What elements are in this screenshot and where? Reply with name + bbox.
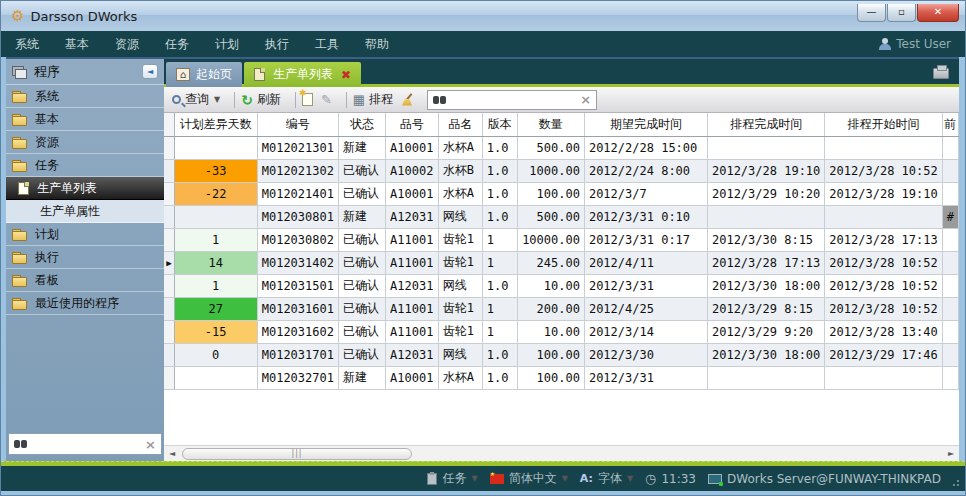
cell-ver[interactable]: 1 <box>482 228 517 251</box>
toolbar-search-box[interactable]: × <box>427 90 597 110</box>
current-row-indicator[interactable]: ▶ <box>164 251 174 274</box>
cell-name[interactable]: 齿轮1 <box>438 320 482 343</box>
cell-sched_end[interactable]: 2012/3/30 8:15 <box>707 228 824 251</box>
cell-name[interactable]: 水杯B <box>438 159 482 182</box>
cell-qty[interactable]: 10.00 <box>517 274 584 297</box>
cell-diff[interactable]: -22 <box>174 182 257 205</box>
horizontal-scrollbar[interactable]: ◄ ||| ► <box>164 445 959 461</box>
cell-qty[interactable]: 500.00 <box>517 136 584 159</box>
cell-diff[interactable]: 1 <box>174 274 257 297</box>
cell-due[interactable]: 2012/3/31 <box>584 274 707 297</box>
cell-sched_end[interactable]: 2012/3/28 19:10 <box>707 159 824 182</box>
cell-qty[interactable]: 100.00 <box>517 366 584 389</box>
cell-qty[interactable]: 100.00 <box>517 182 584 205</box>
query-dropdown-icon[interactable]: ▼ <box>214 95 220 104</box>
cell-qty[interactable]: 100.00 <box>517 343 584 366</box>
cell-name[interactable]: 齿轮1 <box>438 251 482 274</box>
cell-diff[interactable]: 1 <box>174 228 257 251</box>
cell-no[interactable]: M012021302 <box>257 159 338 182</box>
restore-button[interactable]: ▫ <box>887 4 916 22</box>
cell-status[interactable]: 新建 <box>338 205 385 228</box>
sidebar-search-clear-icon[interactable]: × <box>145 437 156 452</box>
row-selector-cell[interactable] <box>164 159 174 182</box>
cell-extra[interactable] <box>942 274 958 297</box>
cell-no[interactable]: M012030802 <box>257 228 338 251</box>
row-selector-cell[interactable] <box>164 320 174 343</box>
cell-sched_start[interactable]: 2012/3/29 17:46 <box>825 343 942 366</box>
cell-status[interactable]: 已确认 <box>338 343 385 366</box>
cell-status[interactable]: 新建 <box>338 136 385 159</box>
tab-close-icon[interactable]: ✖ <box>341 68 351 82</box>
column-header-name[interactable]: 品名 <box>438 113 482 136</box>
clean-button[interactable] <box>401 93 415 107</box>
menu-item-0[interactable]: 系统 <box>15 37 39 51</box>
cell-item[interactable]: A12031 <box>386 343 439 366</box>
menu-item-3[interactable]: 任务 <box>165 37 189 51</box>
cell-due[interactable]: 2012/2/28 15:00 <box>584 136 707 159</box>
cell-diff[interactable] <box>174 366 257 389</box>
printer-icon[interactable] <box>933 68 949 79</box>
language-dropdown-icon[interactable]: ▼ <box>562 474 568 483</box>
cell-status[interactable]: 新建 <box>338 366 385 389</box>
sidebar-item-8[interactable]: 看板 <box>6 269 164 292</box>
cell-sched_start[interactable]: 2012/3/28 10:52 <box>825 297 942 320</box>
sidebar-collapse-button[interactable]: ◄ <box>142 64 158 79</box>
scroll-thumb[interactable]: ||| <box>182 448 412 460</box>
close-button[interactable]: ✕ <box>917 4 959 22</box>
cell-extra[interactable]: # <box>942 205 958 228</box>
cell-no[interactable]: M012032701 <box>257 366 338 389</box>
cell-ver[interactable]: 1.0 <box>482 343 517 366</box>
cell-due[interactable]: 2012/3/31 <box>584 366 707 389</box>
cell-status[interactable]: 已确认 <box>338 159 385 182</box>
column-header-no[interactable]: 编号 <box>257 113 338 136</box>
column-header-qty[interactable]: 数量 <box>517 113 584 136</box>
cell-sched_start[interactable] <box>825 205 942 228</box>
cell-extra[interactable] <box>942 182 958 205</box>
row-selector-cell[interactable] <box>164 182 174 205</box>
cell-diff[interactable]: -15 <box>174 320 257 343</box>
cell-extra[interactable] <box>942 251 958 274</box>
cell-sched_end[interactable]: 2012/3/29 8:15 <box>707 297 824 320</box>
row-selector-cell[interactable] <box>164 205 174 228</box>
table-row[interactable]: 0M012031701已确认A12031网线1.0100.002012/3/30… <box>164 343 959 366</box>
cell-due[interactable]: 2012/3/7 <box>584 182 707 205</box>
cell-no[interactable]: M012021301 <box>257 136 338 159</box>
row-selector-cell[interactable] <box>164 297 174 320</box>
cell-name[interactable]: 网线 <box>438 205 482 228</box>
table-row[interactable]: -22M012021401已确认A10001水杯A1.0100.002012/3… <box>164 182 959 205</box>
cell-ver[interactable]: 1.0 <box>482 182 517 205</box>
sidebar-item-4[interactable]: 生产单列表 <box>6 177 164 200</box>
tab-production-order-list[interactable]: 生产单列表 ✖ <box>244 62 361 87</box>
cell-sched_end[interactable]: 2012/3/30 18:00 <box>707 343 824 366</box>
cell-diff[interactable]: 14 <box>174 251 257 274</box>
cell-qty[interactable]: 245.00 <box>517 251 584 274</box>
cell-status[interactable]: 已确认 <box>338 297 385 320</box>
cell-extra[interactable] <box>942 297 958 320</box>
cell-status[interactable]: 已确认 <box>338 228 385 251</box>
table-row[interactable]: -33M012021302已确认A10002水杯B1.01000.002012/… <box>164 159 959 182</box>
cell-ver[interactable]: 1.0 <box>482 366 517 389</box>
cell-diff[interactable]: 0 <box>174 343 257 366</box>
cell-sched_end[interactable]: 2012/3/29 10:20 <box>707 182 824 205</box>
cell-sched_end[interactable]: 2012/3/30 18:00 <box>707 274 824 297</box>
row-selector-cell[interactable] <box>164 228 174 251</box>
cell-due[interactable]: 2012/4/25 <box>584 297 707 320</box>
cell-sched_start[interactable] <box>825 136 942 159</box>
cell-sched_start[interactable]: 2012/3/28 13:40 <box>825 320 942 343</box>
column-header-item[interactable]: 品号 <box>386 113 439 136</box>
cell-diff[interactable]: -33 <box>174 159 257 182</box>
menu-item-2[interactable]: 资源 <box>115 37 139 51</box>
cell-due[interactable]: 2012/2/24 8:00 <box>584 159 707 182</box>
status-language-menu[interactable]: 简体中文 ▼ <box>490 470 568 487</box>
sidebar-item-5[interactable]: 生产单属性 <box>6 200 164 223</box>
cell-sched_end[interactable] <box>707 366 824 389</box>
sidebar-item-3[interactable]: 任务 <box>6 154 164 177</box>
sidebar-item-9[interactable]: 最近使用的程序 <box>6 292 164 315</box>
cell-sched_end[interactable]: 2012/3/29 9:20 <box>707 320 824 343</box>
cell-item[interactable]: A10001 <box>386 182 439 205</box>
table-row[interactable]: 1M012030802已确认A11001齿轮1110000.002012/3/3… <box>164 228 959 251</box>
cell-name[interactable]: 齿轮1 <box>438 228 482 251</box>
row-selector-cell[interactable] <box>164 136 174 159</box>
cell-ver[interactable]: 1 <box>482 251 517 274</box>
table-row[interactable]: 1M012031501已确认A12031网线1.010.002012/3/312… <box>164 274 959 297</box>
